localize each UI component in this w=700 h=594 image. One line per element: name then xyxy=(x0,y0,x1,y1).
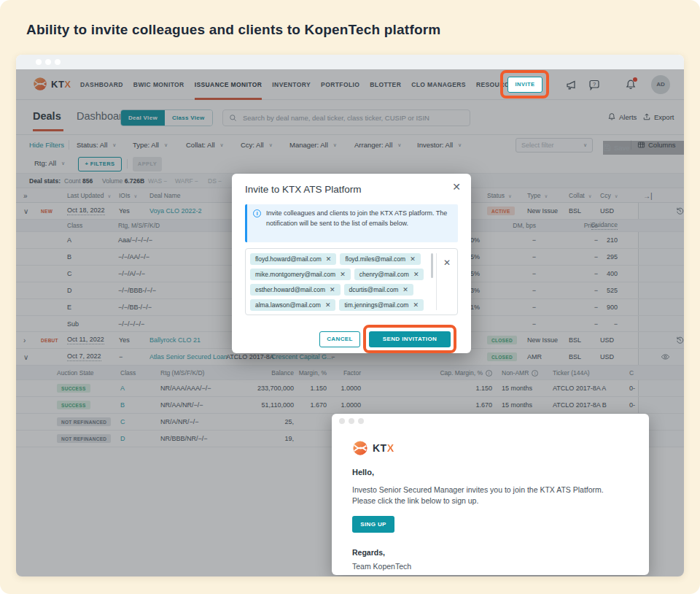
cancel-button[interactable]: CANCEL xyxy=(319,331,360,347)
sign-up-button[interactable]: SING UP xyxy=(352,516,394,533)
remove-email-icon[interactable]: ✕ xyxy=(340,271,346,278)
email-chip[interactable]: esther.howard@mail.com✕ xyxy=(250,284,341,296)
window-dot-icon xyxy=(349,418,354,424)
window-dot-icon xyxy=(55,59,61,65)
email-regards: Regards, xyxy=(352,548,385,557)
email-body-line-2: Please click the link below to sign up. xyxy=(352,496,478,505)
invite-modal: Invite to KTX ATS Platform ✕ i Invite co… xyxy=(232,174,471,353)
email-chip-label: mike.montgomery@mail.com xyxy=(255,271,335,278)
close-icon[interactable]: ✕ xyxy=(452,181,461,193)
remove-email-icon[interactable]: ✕ xyxy=(413,301,419,309)
modal-title: Invite to KTX ATS Platform xyxy=(245,184,362,195)
email-greeting: Hello, xyxy=(352,468,374,477)
clear-all-icon[interactable]: ✕ xyxy=(443,258,451,268)
remove-email-icon[interactable]: ✕ xyxy=(410,255,416,263)
invite-button[interactable]: INVITE xyxy=(508,77,542,93)
email-chip-label: floyd.howard@mail.com xyxy=(255,255,322,263)
window-dot-icon xyxy=(36,59,42,65)
email-body-line-1: Investo Senior Secured Manager invites y… xyxy=(352,485,604,494)
page-title: Ability to invite colleagues and clients… xyxy=(26,22,440,38)
window-dot-icon xyxy=(339,418,345,424)
email-chip-label: tim.jennings@mail.com xyxy=(344,301,408,309)
window-dot-icon xyxy=(358,418,364,424)
email-signature: Team KopenTech xyxy=(352,562,411,571)
remove-email-icon[interactable]: ✕ xyxy=(325,301,331,309)
ktx-logo-icon xyxy=(352,440,368,456)
email-preview-card: KTX Hello, Investo Senior Secured Manage… xyxy=(332,414,649,575)
remove-email-icon[interactable]: ✕ xyxy=(326,255,332,263)
email-chip-label: chenry@mail.com xyxy=(359,271,409,278)
email-chip[interactable]: alma.lawson@mail.com✕ xyxy=(250,299,335,311)
email-chip-label: alma.lawson@mail.com xyxy=(255,301,321,309)
window-dot-icon xyxy=(45,59,51,65)
send-invitation-button[interactable]: SEND INVITATION xyxy=(369,331,451,347)
scrollbar[interactable] xyxy=(431,253,433,278)
email-chip[interactable]: floyd.miles@mail.com✕ xyxy=(340,253,420,265)
window-titlebar xyxy=(16,55,684,69)
email-chip[interactable]: mike.montgomery@mail.com✕ xyxy=(250,269,351,280)
window-dots xyxy=(339,418,364,424)
email-chip[interactable]: dcurtis@mail.com✕ xyxy=(344,284,413,296)
brand-text: KTX xyxy=(373,442,394,454)
email-chips: floyd.howard@mail.com✕ floyd.miles@mail.… xyxy=(250,253,428,311)
info-text: Invite colleagues and clients to join th… xyxy=(266,209,452,228)
remove-email-icon[interactable]: ✕ xyxy=(413,271,419,278)
email-chip-label: esther.howard@mail.com xyxy=(255,286,325,293)
remove-email-icon[interactable]: ✕ xyxy=(330,286,335,293)
divider xyxy=(436,253,437,310)
page: Ability to invite colleagues and clients… xyxy=(0,0,700,594)
email-chip[interactable]: floyd.howard@mail.com✕ xyxy=(250,253,336,265)
email-input-area[interactable]: floyd.howard@mail.com✕ floyd.miles@mail.… xyxy=(245,248,458,315)
info-banner: i Invite colleagues and clients to join … xyxy=(245,204,458,242)
info-icon: i xyxy=(253,209,261,217)
remove-email-icon[interactable]: ✕ xyxy=(402,286,408,293)
email-chip[interactable]: chenry@mail.com✕ xyxy=(354,269,424,280)
ktx-logo: KTX xyxy=(352,440,394,456)
app-window: KTX DASHBOARD BWIC MONITOR ISSUANCE MONI… xyxy=(16,55,684,576)
email-chip[interactable]: tim.jennings@mail.com✕ xyxy=(339,299,424,311)
email-chip-label: dcurtis@mail.com xyxy=(349,286,399,293)
email-chip-label: floyd.miles@mail.com xyxy=(345,255,405,263)
